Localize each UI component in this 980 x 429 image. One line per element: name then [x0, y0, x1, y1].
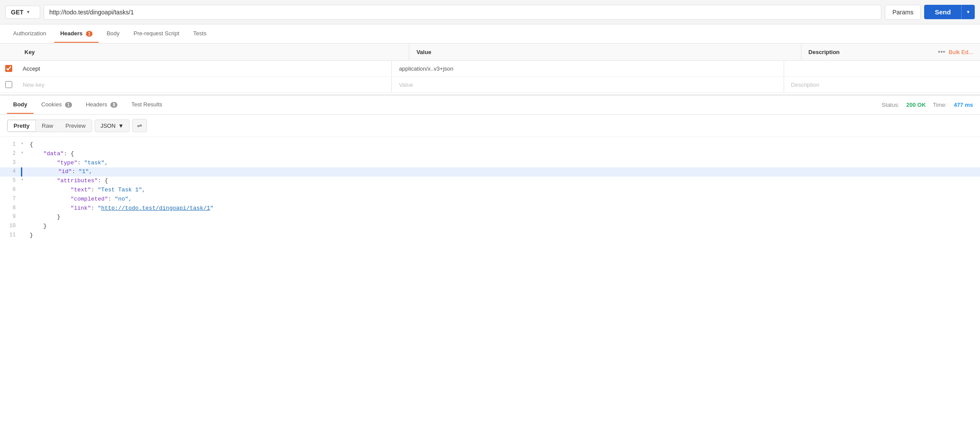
code-line: 11} — [0, 231, 980, 240]
line-number: 11 — [0, 231, 21, 239]
line-content: "text": "Test Task 1", — [28, 186, 980, 195]
resp-tab-testresults[interactable]: Test Results — [125, 96, 168, 114]
tab-tests[interactable]: Tests — [187, 25, 212, 43]
row-checkbox[interactable] — [5, 65, 12, 72]
line-arrow-icon[interactable]: ▾ — [21, 150, 28, 157]
url-bar: GET ▼ Params Send ▼ — [0, 0, 980, 24]
wrap-button[interactable]: ⇌ — [132, 119, 147, 132]
line-number: 10 — [0, 222, 21, 230]
row-description — [784, 64, 980, 73]
format-bar: Pretty Raw Preview JSON ▼ ⇌ — [0, 115, 980, 137]
code-line: 9 } — [0, 213, 980, 222]
code-line: 10 } — [0, 222, 980, 231]
resp-headers-badge: 8 — [110, 102, 117, 108]
line-number: 9 — [0, 213, 21, 221]
line-content: } — [28, 222, 980, 231]
more-icon[interactable]: ••• — [938, 48, 946, 56]
time-value: 477 ms — [954, 102, 973, 108]
line-arrow-icon[interactable]: ▾ — [21, 177, 28, 184]
send-button-group: Send ▼ — [924, 5, 975, 19]
row-key: Accept — [17, 61, 392, 76]
status-label: Status: — [882, 102, 899, 108]
bulk-edit-button[interactable]: Bulk Ed... — [949, 49, 973, 55]
line-number: 2 — [0, 150, 21, 158]
tab-prerequest[interactable]: Pre-request Script — [127, 25, 185, 43]
table-row: Accept application/x..v3+json — [0, 61, 980, 77]
line-content: { — [28, 140, 980, 150]
line-number: 7 — [0, 195, 21, 203]
url-input[interactable] — [44, 5, 881, 20]
new-row-value[interactable]: Value — [392, 77, 784, 92]
highlight-bar — [21, 167, 22, 177]
send-dropdown-button[interactable]: ▼ — [961, 5, 975, 19]
code-line: 4 "id": "1", — [0, 167, 980, 177]
headers-table-header: Key Value Description ••• Bulk Ed... — [0, 44, 980, 61]
col-description: Description — [802, 44, 931, 60]
code-line: 1▾{ — [0, 140, 980, 150]
code-line: 6 "text": "Test Task 1", — [0, 186, 980, 195]
params-button[interactable]: Params — [885, 5, 921, 20]
preview-button[interactable]: Preview — [59, 120, 92, 132]
line-number: 5 — [0, 177, 21, 185]
line-content: "data": { — [28, 150, 980, 159]
code-line: 5▾ "attributes": { — [0, 177, 980, 186]
response-tabs-bar: Body Cookies 1 Headers 8 Test Results St… — [0, 95, 980, 115]
tab-body[interactable]: Body — [100, 25, 126, 43]
col-value: Value — [409, 44, 801, 60]
line-content: "completed": "no", — [28, 195, 980, 204]
method-chevron-icon: ▼ — [26, 10, 31, 14]
raw-button[interactable]: Raw — [36, 120, 59, 132]
status-value: 200 OK — [906, 102, 926, 108]
line-number: 3 — [0, 159, 21, 167]
tab-headers[interactable]: Headers 1 — [54, 25, 99, 43]
new-row-checkbox-cell — [0, 77, 17, 92]
line-content: "type": "task", — [28, 159, 980, 168]
tab-authorization[interactable]: Authorization — [7, 25, 52, 43]
time-label: Time: — [933, 102, 947, 108]
line-number: 6 — [0, 186, 21, 194]
col-key: Key — [17, 44, 409, 60]
row-value: application/x..v3+json — [392, 61, 784, 76]
request-tabs: Authorization Headers 1 Body Pre-request… — [0, 24, 980, 44]
line-number: 4 — [0, 167, 21, 176]
response-status-bar: Status: 200 OK Time: 477 ms — [882, 102, 973, 108]
row-checkbox-cell — [0, 61, 17, 76]
line-content: } — [28, 231, 980, 240]
response-section: Body Cookies 1 Headers 8 Test Results St… — [0, 95, 980, 244]
code-line: 2▾ "data": { — [0, 150, 980, 159]
new-row-key[interactable]: New key — [17, 77, 392, 92]
json-chevron-icon: ▼ — [118, 123, 124, 129]
new-row-checkbox[interactable] — [5, 81, 12, 88]
line-content: "attributes": { — [28, 177, 980, 186]
resp-tab-cookies[interactable]: Cookies 1 — [35, 96, 78, 114]
code-line: 3 "type": "task", — [0, 159, 980, 168]
pretty-button[interactable]: Pretty — [7, 120, 36, 132]
method-dropdown[interactable]: GET ▼ — [5, 6, 40, 19]
headers-badge: 1 — [86, 31, 93, 37]
line-arrow-icon[interactable]: ▾ — [21, 140, 28, 147]
line-content: "link": "http://todo.test/dingoapi/task/… — [28, 204, 980, 213]
line-content: "id": "1", — [29, 167, 980, 177]
send-button[interactable]: Send — [924, 5, 961, 19]
line-content: } — [28, 213, 980, 222]
cookies-badge: 1 — [65, 102, 72, 108]
new-header-row: New key Value Description — [0, 77, 980, 93]
resp-tab-body[interactable]: Body — [7, 96, 34, 114]
method-label: GET — [11, 9, 24, 16]
col-actions: ••• Bulk Ed... — [931, 44, 980, 60]
code-line: 8 "link": "http://todo.test/dingoapi/tas… — [0, 204, 980, 213]
view-format-group: Pretty Raw Preview — [7, 119, 92, 132]
new-row-description[interactable]: Description — [784, 77, 980, 92]
line-number: 1 — [0, 140, 21, 149]
line-number: 8 — [0, 204, 21, 212]
response-code-area: 1▾{2▾ "data": {3 "type": "task",4 "id": … — [0, 137, 980, 244]
resp-tab-headers[interactable]: Headers 8 — [80, 96, 123, 114]
code-line: 7 "completed": "no", — [0, 195, 980, 204]
json-dropdown[interactable]: JSON ▼ — [95, 119, 130, 132]
